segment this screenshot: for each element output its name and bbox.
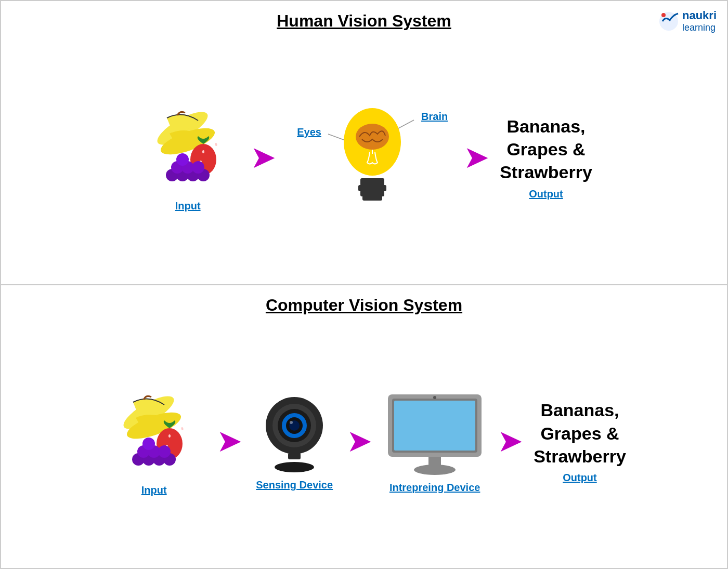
- svg-point-57: [433, 396, 436, 399]
- human-vision-title: Human Vision System: [277, 11, 451, 31]
- arrow-4: ➤: [346, 426, 372, 457]
- computer-input-label[interactable]: Input: [141, 484, 167, 496]
- svg-point-49: [290, 421, 293, 424]
- brain-diagram-wrapper: Eyes Brain: [287, 95, 453, 220]
- computer-input-item: Input: [102, 387, 206, 496]
- arrow-5: ➤: [497, 426, 523, 457]
- logo-learning: learning: [682, 22, 716, 33]
- brain-head-container: Eyes Brain: [287, 95, 453, 220]
- svg-rect-54: [394, 401, 475, 451]
- computer-output-text: Bananas, Grapes & Strawberry: [534, 399, 626, 468]
- arrow-2: ➤: [463, 142, 489, 173]
- brain-label[interactable]: Brain: [421, 111, 448, 123]
- human-output-label[interactable]: Output: [529, 188, 563, 200]
- svg-point-6: [202, 150, 204, 153]
- human-vision-section: naukri learning Human Vision System: [0, 0, 728, 285]
- human-output-text: Bananas, Grapes & Strawberry: [500, 115, 592, 184]
- svg-rect-24: [362, 195, 382, 201]
- arrow-1: ➤: [250, 142, 276, 173]
- logo-naukri: naukri: [682, 9, 717, 22]
- human-output-item: Bananas, Grapes & Strawberry Output: [500, 115, 592, 200]
- svg-point-56: [414, 465, 456, 475]
- human-input-item: Input: [136, 102, 240, 212]
- computer-output-label[interactable]: Output: [563, 472, 597, 484]
- logo-text: naukri learning: [682, 9, 717, 33]
- svg-rect-50: [288, 453, 301, 459]
- svg-point-32: [181, 427, 184, 430]
- computer-vision-section: Computer Vision System: [0, 285, 728, 570]
- interpreting-device-label[interactable]: Intrepreing Device: [389, 482, 480, 494]
- svg-point-25: [356, 124, 389, 150]
- svg-point-15: [176, 153, 189, 166]
- computer-vision-diagram: Input ➤: [11, 325, 717, 558]
- eyes-label[interactable]: Eyes: [297, 126, 321, 138]
- svg-rect-21: [360, 178, 384, 186]
- interpreting-device-item: Intrepreing Device: [383, 389, 487, 494]
- human-input-label[interactable]: Input: [175, 200, 201, 212]
- svg-point-40: [142, 438, 155, 450]
- webcam-svg: [253, 392, 336, 475]
- human-vision-diagram: Input ➤ Eyes Brain: [11, 41, 717, 274]
- computer-output-item: Bananas, Grapes & Strawberry Output: [534, 399, 626, 484]
- naukri-logo-icon: [658, 11, 679, 32]
- svg-point-17: [192, 161, 204, 174]
- monitor-svg: [383, 389, 487, 478]
- computer-vision-title: Computer Vision System: [266, 296, 462, 315]
- fruits-image-human: [136, 102, 240, 196]
- svg-point-51: [275, 462, 314, 472]
- fruits-image-computer: [102, 387, 206, 480]
- svg-point-42: [158, 445, 171, 458]
- arrow-3: ➤: [216, 426, 242, 457]
- svg-point-31: [168, 434, 171, 438]
- svg-point-1: [661, 13, 666, 17]
- logo-area: naukri learning: [658, 9, 717, 33]
- sensing-device-label[interactable]: Sensing Device: [256, 479, 333, 491]
- brain-head-svg: [339, 100, 406, 215]
- sensing-device-item: Sensing Device: [253, 392, 336, 491]
- svg-point-7: [215, 143, 217, 147]
